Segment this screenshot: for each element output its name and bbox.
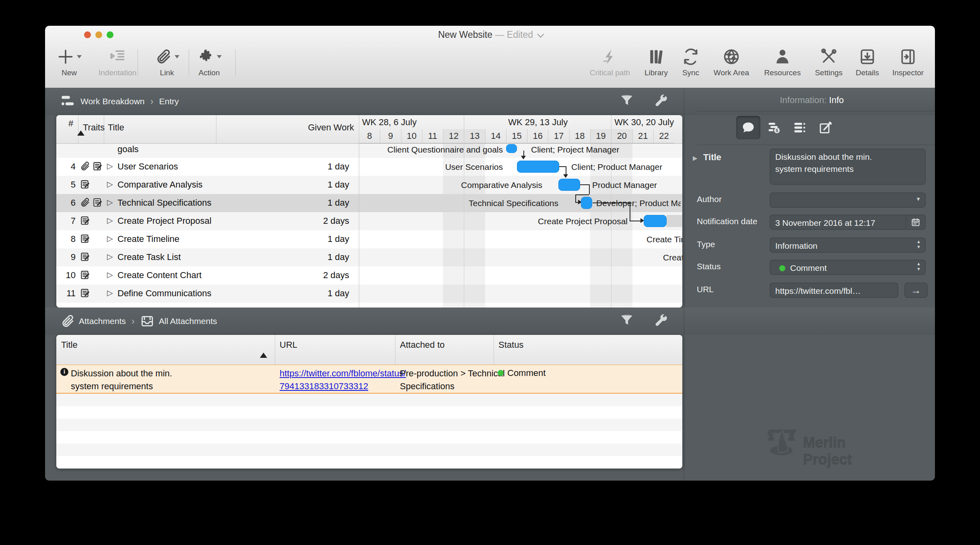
disclosure-triangle-icon[interactable]: ▷: [107, 198, 113, 207]
paperclip-trait-icon[interactable]: [80, 161, 90, 173]
gantt-bar[interactable]: [581, 197, 592, 209]
disclosure-triangle-icon[interactable]: ▷: [107, 216, 113, 225]
calendar-button[interactable]: [906, 215, 925, 229]
note-trait-icon[interactable]: [92, 161, 103, 173]
sort-ascending-icon[interactable]: [260, 353, 267, 358]
week-header[interactable]: WK 29, 13 July: [464, 115, 611, 129]
day-header[interactable]: 15: [506, 129, 527, 143]
breadcrumb-all-attachments[interactable]: All Attachments: [159, 316, 217, 326]
column-header-title[interactable]: Title: [61, 340, 78, 350]
list-tab[interactable]: [788, 116, 812, 139]
toolbar-button-indentation[interactable]: Indentation: [89, 45, 146, 77]
info-icon[interactable]: i: [60, 368, 68, 376]
gantt-bar[interactable]: [558, 179, 580, 191]
field-status[interactable]: Comment▲▼: [770, 260, 926, 275]
field-notification-date[interactable]: 3 November 2016 at 12:17: [770, 215, 926, 230]
day-header[interactable]: 21: [632, 129, 653, 143]
field-url[interactable]: https://twitter.com/fbl…: [770, 283, 898, 298]
breadcrumb-entry[interactable]: Entry: [159, 97, 179, 106]
breadcrumb-attachments[interactable]: Attachments: [79, 316, 126, 326]
gantt-boundary-divider[interactable]: [359, 115, 359, 308]
stepper-icon[interactable]: ▲▼: [916, 261, 921, 272]
disclosure-triangle-icon[interactable]: ▷: [107, 234, 113, 243]
dropdown-arrow-icon[interactable]: [77, 55, 82, 58]
column-header-url[interactable]: URL: [280, 340, 297, 350]
task-title[interactable]: Define Communications: [117, 288, 212, 299]
field-type[interactable]: Information▲▼: [770, 237, 926, 253]
day-header[interactable]: 11: [422, 129, 443, 143]
disclosure-triangle-icon[interactable]: ▷: [107, 161, 113, 171]
day-header[interactable]: 10: [401, 129, 422, 143]
toolbar-button-action[interactable]: Action: [181, 45, 237, 77]
filter-funnel-icon[interactable]: [619, 313, 634, 330]
note-trait-icon[interactable]: [80, 179, 90, 191]
dropdown-arrow-icon[interactable]: [175, 55, 179, 58]
note-trait-icon[interactable]: [80, 215, 90, 227]
edit-tab[interactable]: [813, 116, 838, 139]
disclosure-triangle-icon[interactable]: ▷: [107, 180, 113, 189]
toolbar-button-inspector[interactable]: Inspector: [878, 45, 935, 77]
gantt-bar[interactable]: [506, 144, 517, 153]
day-header[interactable]: 18: [569, 129, 590, 143]
attachment-url-link[interactable]: https://twitter.com/fblome/status/794133…: [280, 368, 406, 391]
day-header[interactable]: 19: [590, 129, 611, 143]
note-trait-icon[interactable]: [80, 270, 90, 282]
title-chevron-icon[interactable]: [537, 31, 544, 38]
task-title[interactable]: goals: [117, 144, 139, 155]
day-header[interactable]: 12: [443, 129, 464, 143]
day-header[interactable]: 8: [359, 129, 380, 143]
column-divider[interactable]: [395, 335, 395, 365]
column-header-traits[interactable]: Traits: [83, 122, 105, 133]
column-divider[interactable]: [275, 335, 275, 365]
task-title[interactable]: Technical Specifications: [117, 198, 212, 208]
breadcrumb-work-breakdown[interactable]: Work Breakdown: [80, 97, 145, 106]
day-header[interactable]: 14: [485, 129, 506, 143]
column-divider[interactable]: [78, 115, 78, 143]
view-settings-wrench-icon[interactable]: [653, 313, 669, 330]
stepper-icon[interactable]: ▲▼: [916, 239, 921, 250]
gantt-bar-remainder[interactable]: [667, 215, 682, 227]
column-header-given-work[interactable]: Given Work: [221, 122, 354, 133]
day-header[interactable]: 22: [653, 129, 674, 143]
task-title[interactable]: Comparative Analysis: [117, 180, 203, 190]
view-settings-wrench-icon[interactable]: [653, 93, 669, 110]
day-header[interactable]: 13: [464, 129, 485, 143]
day-header[interactable]: 17: [548, 129, 569, 143]
filter-funnel-icon[interactable]: [619, 93, 634, 110]
task-title[interactable]: Create Content Chart: [117, 270, 202, 281]
task-title[interactable]: Create Task List: [117, 252, 181, 262]
note-trait-icon[interactable]: [80, 252, 90, 264]
task-title[interactable]: User Scenarios: [117, 161, 178, 172]
disclosure-triangle-icon[interactable]: ▷: [107, 288, 113, 297]
disclosure-triangle-icon[interactable]: ▷: [107, 270, 113, 279]
column-header-num[interactable]: #: [64, 118, 78, 129]
column-divider[interactable]: [494, 335, 494, 365]
edited-state[interactable]: Edited: [507, 29, 533, 40]
column-header-status[interactable]: Status: [498, 340, 523, 350]
note-trait-icon[interactable]: [92, 197, 103, 209]
day-header[interactable]: 9: [380, 129, 401, 143]
task-title[interactable]: Create Project Proposal: [117, 216, 212, 226]
gantt-bar[interactable]: [644, 215, 667, 227]
week-header[interactable]: WK 28, 6 July: [359, 115, 467, 129]
week-header[interactable]: WK 30, 20 July: [611, 115, 677, 129]
column-header-title[interactable]: Title: [108, 122, 124, 133]
note-trait-icon[interactable]: [80, 288, 90, 300]
task-title[interactable]: Create Timeline: [117, 234, 179, 244]
note-trait-icon[interactable]: [80, 233, 90, 246]
dropdown-arrow-icon[interactable]: [217, 55, 222, 58]
combo-arrow-icon[interactable]: ▼: [916, 196, 921, 202]
gantt-bar[interactable]: [517, 161, 559, 173]
comment-tab-selected[interactable]: [736, 116, 760, 139]
budget-tab[interactable]: $: [762, 116, 786, 139]
field-author[interactable]: ▼: [770, 192, 926, 208]
day-header[interactable]: 20: [611, 129, 632, 143]
attachment-row[interactable]: iDiskussion about the min.system require…: [56, 365, 682, 394]
column-divider[interactable]: [216, 115, 216, 143]
column-header-attached-to[interactable]: Attached to: [400, 340, 445, 350]
disclosure-triangle-icon[interactable]: ▷: [107, 252, 113, 261]
paperclip-trait-icon[interactable]: [80, 197, 90, 209]
day-header[interactable]: 16: [527, 129, 548, 143]
attachment-url-link[interactable]: https://twitter.com/fblome/status/794133…: [280, 367, 406, 393]
open-url-button[interactable]: →: [904, 283, 928, 298]
